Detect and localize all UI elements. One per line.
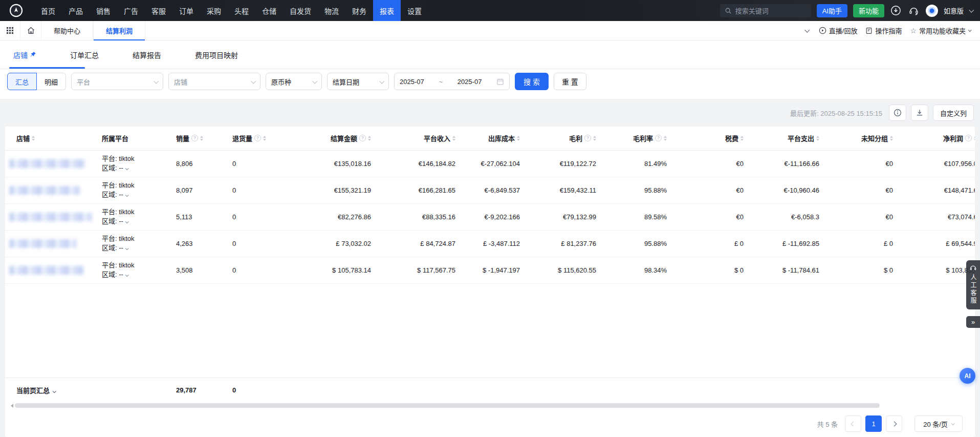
expand-region-icon[interactable] — [125, 193, 129, 197]
download-circle-icon[interactable] — [890, 5, 902, 17]
guide-link[interactable]: 操作指南 — [865, 26, 902, 35]
nav-menu-item[interactable]: 广告 — [117, 0, 145, 21]
nav-menu-item[interactable]: 销售 — [90, 0, 117, 21]
sort-icon[interactable] — [593, 136, 596, 141]
apps-grid-icon[interactable] — [0, 21, 20, 40]
mode-summary-button[interactable]: 汇总 — [7, 73, 37, 90]
help-icon[interactable] — [655, 135, 662, 141]
nav-menu-item[interactable]: 设置 — [401, 0, 428, 21]
nav-menu-item[interactable]: 财务 — [345, 0, 373, 21]
sort-icon[interactable] — [890, 136, 893, 141]
date-type-select[interactable]: 结算日期 — [327, 73, 389, 90]
date-range-picker[interactable]: 2025-07 ~ 2025-07 — [394, 73, 510, 90]
sort-icon[interactable] — [816, 136, 819, 141]
settlement-cell: €82,276.86 — [288, 203, 375, 230]
collapse-tabs-icon[interactable] — [804, 28, 810, 33]
store-name-blurred[interactable] — [9, 239, 77, 248]
export-button[interactable] — [911, 105, 928, 121]
help-icon[interactable] — [191, 135, 198, 141]
sort-icon[interactable] — [32, 136, 35, 141]
date-from: 2025-07 — [400, 78, 424, 86]
tab-settlement-profit[interactable]: 结算利润 — [93, 21, 145, 40]
outbound-cost-cell: €-6,849.537 — [460, 177, 524, 203]
info-button[interactable] — [889, 105, 906, 121]
edition-label[interactable]: 如意版 — [944, 6, 964, 15]
expand-region-icon[interactable] — [125, 167, 129, 170]
nav-menu-item[interactable]: 报表 — [373, 0, 401, 21]
new-features-button[interactable]: 新功能 — [853, 4, 884, 17]
favorites-link[interactable]: ☆ 常用功能收藏夹 — [910, 26, 973, 35]
nav-menu-item[interactable]: 产品 — [62, 0, 90, 21]
sort-icon[interactable] — [664, 136, 667, 141]
platform-cell: 平台: tiktok 区域: -- — [98, 150, 172, 177]
nav-menu-item[interactable]: 仓储 — [255, 0, 283, 21]
search-icon — [725, 7, 732, 14]
help-icon[interactable] — [359, 135, 366, 141]
tax-cell: €0 — [671, 150, 748, 177]
expand-region-icon[interactable] — [125, 246, 129, 250]
income-cell: €88,335.16 — [375, 203, 460, 230]
nav-menu-item[interactable]: 客服 — [145, 0, 172, 21]
sales-cell: 3,508 — [172, 257, 228, 283]
customer-service-panel[interactable]: 人工客服 — [966, 260, 980, 309]
store-name-blurred[interactable] — [9, 213, 92, 221]
unknown-group-cell: €0 — [823, 177, 897, 203]
ai-float-button[interactable]: AI — [960, 368, 975, 384]
report-tab[interactable]: 店铺 — [13, 40, 36, 69]
store-name-blurred[interactable] — [9, 266, 84, 275]
sort-icon[interactable] — [517, 136, 520, 141]
help-icon[interactable] — [965, 135, 972, 141]
net-profit-cell: €107,956.06 — [897, 150, 975, 177]
page-size-select[interactable]: 20 条/页 — [914, 415, 963, 432]
customize-columns-button[interactable]: 自定义列 — [933, 105, 974, 121]
nav-menu-item[interactable]: 订单 — [172, 0, 200, 21]
chevron-down-icon[interactable] — [969, 8, 974, 13]
search-button[interactable]: 搜 索 — [515, 73, 549, 90]
summary-dropdown-icon[interactable] — [53, 389, 56, 393]
reset-button[interactable]: 重 置 — [554, 73, 586, 90]
report-tab[interactable]: 订单汇总 — [70, 40, 99, 69]
scrollbar-thumb[interactable] — [15, 403, 880, 408]
sort-icon[interactable] — [200, 136, 203, 141]
avatar[interactable] — [926, 5, 938, 17]
chevron-left-icon — [851, 421, 856, 426]
collapse-panel-button[interactable]: » — [966, 316, 980, 328]
app-logo[interactable] — [9, 4, 23, 17]
gross-rate-cell: 98.34% — [600, 257, 671, 283]
report-tab[interactable]: 费用项目映射 — [195, 40, 238, 69]
sort-icon[interactable] — [974, 136, 975, 141]
expand-region-icon[interactable] — [125, 273, 129, 277]
tab-help-center[interactable]: 帮助中心 — [41, 21, 93, 40]
next-page-button[interactable] — [886, 415, 902, 432]
help-icon[interactable] — [584, 135, 591, 141]
nav-menu-item[interactable]: 物流 — [318, 0, 345, 21]
nav-menu-item[interactable]: 头程 — [228, 0, 255, 21]
search-input[interactable]: 搜索关键词 — [720, 4, 811, 17]
nav-menu-item[interactable]: 首页 — [34, 0, 62, 21]
expand-region-icon[interactable] — [125, 220, 129, 223]
sales-cell: 8,097 — [172, 177, 228, 203]
platform-select[interactable]: 平台 — [71, 73, 163, 90]
store-name-blurred[interactable] — [9, 186, 80, 195]
mode-detail-button[interactable]: 明细 — [37, 73, 66, 90]
income-cell: €166,281.65 — [375, 177, 460, 203]
currency-select[interactable]: 原币种 — [266, 73, 322, 90]
page-1-button[interactable]: 1 — [865, 415, 882, 432]
ai-assistant-button[interactable]: AI助手 — [817, 4, 847, 17]
store-select[interactable]: 店铺 — [168, 73, 260, 90]
nav-menu-item[interactable]: 自发货 — [283, 0, 318, 21]
sort-icon[interactable] — [368, 136, 371, 141]
headset-icon[interactable] — [908, 5, 920, 17]
live-replay-link[interactable]: 直播/回放 — [819, 26, 858, 35]
sort-icon[interactable] — [452, 136, 455, 141]
help-icon[interactable] — [254, 135, 261, 141]
report-tab[interactable]: 结算报告 — [133, 40, 161, 69]
sort-icon[interactable] — [263, 136, 266, 141]
store-name-blurred[interactable] — [9, 159, 86, 168]
scroll-left-icon[interactable] — [9, 404, 13, 408]
sort-icon[interactable] — [741, 136, 744, 141]
prev-page-button[interactable] — [845, 415, 861, 432]
unknown-group-cell: €0 — [823, 150, 897, 177]
nav-menu-item[interactable]: 采购 — [200, 0, 228, 21]
home-icon[interactable] — [20, 21, 41, 40]
